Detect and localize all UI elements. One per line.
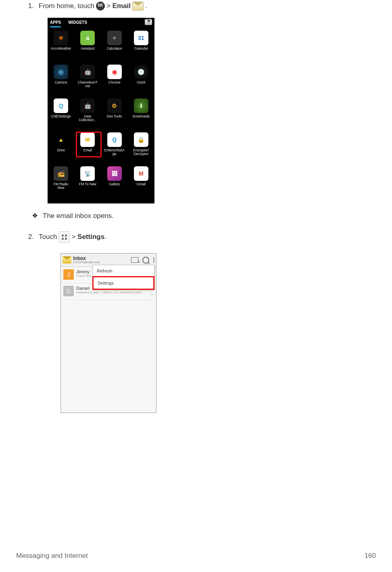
search-icon[interactable] — [142, 257, 149, 264]
app-label: Camera — [49, 81, 73, 84]
overflow-menu-icon[interactable] — [153, 258, 154, 263]
app-icon: M — [134, 166, 148, 181]
step-1-period: . — [145, 2, 147, 10]
apps-icon — [96, 2, 105, 10]
compose-icon[interactable] — [131, 257, 138, 263]
avatar: D — [63, 286, 74, 296]
step-2-text-pre: Touch — [39, 233, 57, 241]
step-2-period: . — [104, 233, 106, 241]
bullet-icon: ❖ — [19, 212, 38, 220]
menu-icon — [58, 231, 70, 243]
app-fm-radio-new[interactable]: 📻FM Radio New — [48, 164, 74, 198]
apps-tabs: APPS WIDGETS — [48, 18, 154, 27]
app-icon: ◎ — [54, 65, 68, 79]
app-icon: ÷ — [107, 31, 122, 45]
app-label: FM Radio New — [49, 182, 73, 190]
preview-text: Weekend's plan – Here is our weekend's p… — [76, 291, 154, 294]
app-icon: 📡 — [80, 166, 95, 181]
page-footer: Messaging and Internet 160 — [16, 552, 376, 560]
app-label: EmbmsTestA pp — [103, 149, 126, 156]
app-drive[interactable]: ▲Drive — [48, 130, 74, 164]
email-icon — [132, 2, 144, 10]
step-2-gt: > — [71, 233, 75, 241]
app-label: ChameleonT est — [76, 81, 99, 88]
app-label: Calendar — [129, 47, 153, 50]
app-icon: Q — [107, 132, 122, 147]
app-cnesettings[interactable]: QCNESettings — [48, 96, 74, 130]
app-calendar[interactable]: 31Calendar — [128, 28, 154, 62]
app-icon: 🖼 — [107, 166, 122, 181]
app-label: Clock — [129, 81, 153, 84]
app-icon: 🤖 — [80, 98, 95, 113]
footer-page: 160 — [365, 552, 376, 560]
app-label: Drive — [49, 149, 73, 152]
step-2: 2. Touch > Settings . — [19, 231, 373, 243]
app-encryptor-decryptor[interactable]: 🔒Encryptor/ Decryptor — [128, 130, 154, 164]
app-icon: 🔒 — [134, 132, 148, 147]
step-1-number: 1. — [19, 2, 34, 10]
menu-refresh[interactable]: Refresh — [93, 265, 154, 277]
app-label: Gallery — [103, 182, 126, 186]
app-dev-tools[interactable]: ⚙Dev Tools — [101, 96, 128, 130]
footer-section: Messaging and Internet — [16, 552, 88, 560]
app-accuweather[interactable]: ☀AccuWeather — [48, 28, 74, 62]
app-icon: 📻 — [54, 166, 68, 181]
app-icon: 🤖 — [80, 65, 95, 79]
app-icon: a — [80, 31, 95, 45]
app-calculator[interactable]: ÷Calculator — [101, 28, 128, 62]
step-2-number: 2. — [19, 233, 34, 241]
email-highlight — [76, 132, 102, 157]
app-label: Gmail — [129, 182, 153, 186]
app-clock[interactable]: 🕒Clock — [128, 62, 154, 96]
inbox-icon — [63, 256, 71, 264]
result-text: The email inbox opens. — [43, 212, 114, 220]
step-1: 1. From home, touch > Email . — [19, 2, 373, 10]
overflow-menu: Refresh Settings — [92, 265, 154, 290]
app-label: Dev Tools — [103, 115, 126, 118]
step-1-gt1: > — [106, 2, 111, 10]
app-label: FM Tx New — [76, 182, 99, 186]
app-icon: Q — [54, 98, 68, 113]
app-data-collection-[interactable]: 🤖Data Collection... — [74, 96, 101, 130]
menu-settings[interactable]: Settings — [92, 276, 154, 290]
avatar: J — [63, 269, 74, 280]
app-camera[interactable]: ◎Camera — [48, 62, 74, 96]
step-1-text-pre: From home, touch — [39, 2, 94, 10]
app-fm-tx-new[interactable]: 📡FM Tx New — [74, 164, 101, 198]
app-label: Encryptor/ Decryptor — [129, 149, 153, 156]
app-icon: 🕒 — [134, 65, 148, 79]
app-label: Data Collection... — [76, 115, 99, 122]
app-label: Assistant — [76, 47, 99, 50]
app-icon: ▲ — [54, 132, 68, 147]
app-icon: ⬇ — [134, 98, 148, 113]
screenshot-email-inbox: Inbox XXXXX@mail.com JJimmyCheck this ou… — [60, 253, 156, 413]
app-icon: ☀ — [54, 31, 68, 45]
play-store-icon[interactable] — [145, 19, 152, 25]
step-1-email-label: Email — [113, 2, 131, 10]
app-icon: 31 — [134, 31, 148, 45]
app-icon: ⚙ — [107, 98, 122, 113]
app-chameleont-est[interactable]: 🤖ChameleonT est — [74, 62, 101, 96]
step-2-settings-label: Settings — [77, 233, 104, 241]
app-embmstesta-pp[interactable]: QEmbmsTestA pp — [101, 130, 128, 164]
app-gallery[interactable]: 🖼Gallery — [101, 164, 128, 198]
tab-apps[interactable]: APPS — [50, 19, 61, 26]
app-downloads[interactable]: ⬇Downloads — [128, 96, 154, 130]
app-label: AccuWeather — [49, 47, 73, 50]
app-assistant[interactable]: aAssistant — [74, 28, 101, 62]
result-bullet: ❖ The email inbox opens. — [19, 212, 373, 220]
screenshot-apps-grid: APPS WIDGETS ☀AccuWeatheraAssistant÷Calc… — [48, 18, 154, 203]
star-icon[interactable]: ☆ — [150, 293, 154, 298]
tab-widgets[interactable]: WIDGETS — [68, 19, 87, 26]
app-label: Calculator — [103, 47, 126, 50]
app-chrome[interactable]: ◉Chrome — [101, 62, 128, 96]
app-gmail[interactable]: MGmail — [128, 164, 154, 198]
app-label: CNESettings — [49, 115, 73, 118]
app-icon: ◉ — [107, 65, 122, 79]
inbox-account: XXXXX@mail.com — [73, 261, 131, 264]
app-label: Chrome — [103, 81, 126, 84]
app-label: Downloads — [129, 115, 153, 118]
